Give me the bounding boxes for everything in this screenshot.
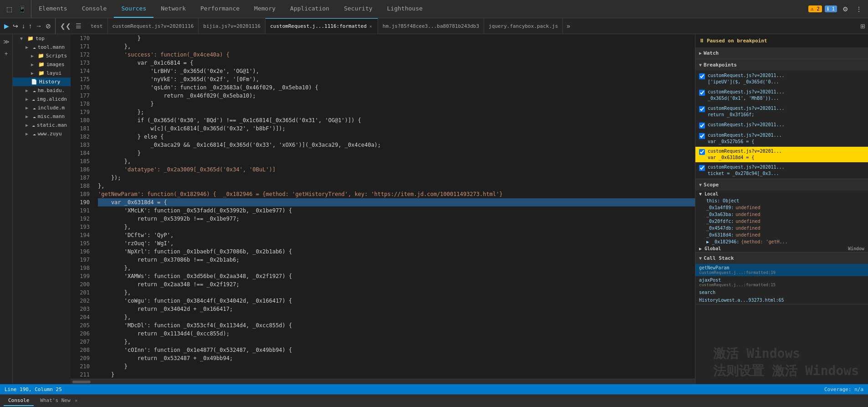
close-whatsnew-btn[interactable]: ✕ xyxy=(73,398,79,403)
bp-checkbox-active[interactable] xyxy=(699,149,705,155)
tab-lighthouse[interactable]: Lighthouse xyxy=(380,0,430,18)
code-lines: } }, 'success': function(_0x4ce40a) { va… xyxy=(93,34,695,379)
tab-console[interactable]: Console xyxy=(75,0,114,18)
h-scrollbar[interactable] xyxy=(71,379,695,384)
scope-local-group[interactable]: ▼ Local xyxy=(695,191,868,197)
file-tab-bijia[interactable]: bijia.js?v=20201116 xyxy=(199,18,266,34)
expand-icon: ▼ xyxy=(20,36,26,41)
bp-checkbox-1[interactable] xyxy=(699,90,705,96)
code-line-170: } xyxy=(98,34,695,42)
sidebar-item-hmbaidu[interactable]: ▶ ☁ hm.baidu. xyxy=(13,86,71,95)
scope-var-4: _0x6318d4: undefined xyxy=(695,232,868,238)
sidebar-item-misc[interactable]: ▶ ☁ misc.mann xyxy=(13,112,71,121)
bp-checkbox-5[interactable] xyxy=(699,165,705,171)
sidebar-item-wwwzuyu[interactable]: ▶ ☁ www.zuyu xyxy=(13,129,71,138)
sidebar-item-toolmann[interactable]: ▶ ☁ tool.mann xyxy=(13,43,71,52)
tabs-left-arrow[interactable]: ❮❮ xyxy=(58,21,73,31)
source-tree-btn[interactable]: ☰ xyxy=(74,21,83,31)
scope-header[interactable]: ▼ Scope xyxy=(695,179,868,191)
cs-file-0: customRequest.j...:formatted:19 xyxy=(699,270,864,275)
new-snippet-btn[interactable]: + xyxy=(1,48,12,59)
sidebar-item-top[interactable]: ▼ 📁 top xyxy=(13,34,71,43)
code-line-194: 'DCftw': 'QyP', xyxy=(98,231,695,239)
step-btn[interactable]: → xyxy=(34,21,43,31)
code-line-173: var _0x1c6814 = { xyxy=(98,59,695,67)
more-tabs-btn[interactable]: » xyxy=(563,22,574,30)
breakpoints-header[interactable]: ▼ Breakpoints xyxy=(695,59,868,71)
code-line-201: }, xyxy=(98,289,695,297)
tab-network[interactable]: Network xyxy=(153,0,193,18)
file-icon: 📄 xyxy=(31,79,37,85)
code-line-175: 'nyVkE': _0x365d('0x2f', '[0Fm'), xyxy=(98,75,695,83)
sidebar-item-include[interactable]: ▶ ☁ include.m xyxy=(13,103,71,112)
sidebar-item-layui[interactable]: ▶ 📁 layui xyxy=(13,69,71,77)
watch-chevron: ▶ xyxy=(699,51,702,56)
folder-icon: 📁 xyxy=(38,70,45,76)
scope-global-group[interactable]: ▶ Global Window xyxy=(695,245,868,252)
code-line-187: }); xyxy=(98,174,695,182)
file-tab-customrequest1[interactable]: customRequest.js?v=20201116 xyxy=(108,18,199,34)
bp-text-3: customRequest.js?v=202011... xyxy=(708,122,785,128)
callstack-item-2[interactable]: search xyxy=(695,289,868,296)
sidebar-item-history[interactable]: 📄 History xyxy=(13,77,71,86)
code-line-204: }, xyxy=(98,313,695,321)
bp-text-4: customRequest.js?v=20201... var _0x527b5… xyxy=(708,132,782,145)
expand-icon: ▶ xyxy=(26,88,31,93)
sidebar-item-static[interactable]: ▶ ☁ static.man xyxy=(13,121,71,129)
folder-icon: 📁 xyxy=(27,36,34,41)
file-tab-fancybox[interactable]: jquery.fancybox.pack.js xyxy=(484,18,563,34)
tab-memory[interactable]: Memory xyxy=(247,0,283,18)
sidebar-item-scripts[interactable]: ▶ 📁 Scripts xyxy=(13,52,71,60)
close-tab-btn[interactable]: ✕ xyxy=(368,23,373,29)
tab-security[interactable]: Security xyxy=(337,0,380,18)
bp-checkbox-3[interactable] xyxy=(699,123,705,129)
watch-header[interactable]: ▶ Watch xyxy=(695,47,868,59)
tab-sources[interactable]: Sources xyxy=(114,0,153,18)
resume-btn[interactable]: ▶ xyxy=(3,21,10,31)
cloud-icon: ☁ xyxy=(33,105,36,111)
bp-item-active: customRequest.js?v=20201... var _0x6318d… xyxy=(695,147,868,162)
bp-checkbox-2[interactable] xyxy=(699,106,705,112)
bp-item-0: customRequest.js?v=202011... ['ipeUV']($… xyxy=(695,71,868,87)
tab-elements[interactable]: Elements xyxy=(31,0,75,18)
sidebar-item-imgalicdn[interactable]: ▶ ☁ img.alicdn xyxy=(13,95,71,103)
scope-var-1: _0x3a63ba: undefined xyxy=(695,211,868,218)
collapse-sidebar-btn[interactable]: ≫ xyxy=(1,36,12,47)
bp-text-active: customRequest.js?v=20201... var _0x6318d… xyxy=(708,148,782,161)
code-line-209: return _0x532487 + _0x49bb94; xyxy=(98,354,695,362)
file-tab-test[interactable]: test xyxy=(86,18,108,34)
warning-badge[interactable]: ⚠ 2 xyxy=(808,5,822,12)
bp-checkbox-4[interactable] xyxy=(699,133,705,139)
code-line-192: return _0x53992b !== _0x1be977; xyxy=(98,215,695,223)
code-content[interactable]: 1701711721731741751761771781791801811821… xyxy=(71,34,695,379)
code-editor: 1701711721731741751761771781791801811821… xyxy=(71,34,695,384)
bp-item-1: customRequest.js?v=202011... _0x365d('0x… xyxy=(695,87,868,103)
callstack-item-1[interactable]: ajaxPost customRequest.j...:formatted:15 xyxy=(695,276,868,289)
file-tab-hm[interactable]: hm.js?85f48cee3...ba80781b243db3 xyxy=(378,18,484,34)
tab-performance[interactable]: Performance xyxy=(193,0,247,18)
bottom-tab-whatsnew[interactable]: What's New ✕ xyxy=(36,396,83,406)
callstack-item-0[interactable]: getNewParam customRequest.j...:formatted… xyxy=(695,264,868,276)
file-tab-customrequest-formatted[interactable]: customRequest.j...1116:formatted ✕ xyxy=(266,18,378,34)
settings-icon[interactable]: ⚙ xyxy=(840,4,851,15)
callstack-label: Call Stack xyxy=(704,255,734,261)
scope-local-chevron: ▼ xyxy=(699,191,705,196)
paused-label: Paused on breakpoint xyxy=(707,38,767,44)
step-out-btn[interactable]: ↑ xyxy=(27,21,33,31)
step-into-btn[interactable]: ↓ xyxy=(20,21,26,31)
inspect-icon[interactable]: ⬚ xyxy=(4,4,15,15)
step-over-btn[interactable]: ↪ xyxy=(11,21,20,31)
toggle-right-panel-btn[interactable]: ⊞ xyxy=(857,21,868,31)
callstack-header[interactable]: ▼ Call Stack xyxy=(695,252,868,264)
bp-checkbox-0[interactable] xyxy=(699,73,705,79)
deactivate-btn[interactable]: ⊘ xyxy=(44,21,52,31)
bottom-tab-console[interactable]: Console xyxy=(4,396,34,406)
device-icon[interactable]: 📱 xyxy=(16,4,27,15)
callstack-item-3[interactable]: HistoryLowest.a...93273.html:65 xyxy=(695,296,868,304)
tab-application[interactable]: Application xyxy=(283,0,337,18)
scope-var-5: ▶ _0x182946: {method: 'getH... xyxy=(695,238,868,245)
info-badge[interactable]: ℹ 1 xyxy=(825,5,837,12)
sidebar-item-images[interactable]: ▶ 📁 images xyxy=(13,60,71,69)
bp-item-5: customRequest.js?v=202011... ticket = _0… xyxy=(695,162,868,179)
more-icon[interactable]: ⋮ xyxy=(853,4,864,15)
